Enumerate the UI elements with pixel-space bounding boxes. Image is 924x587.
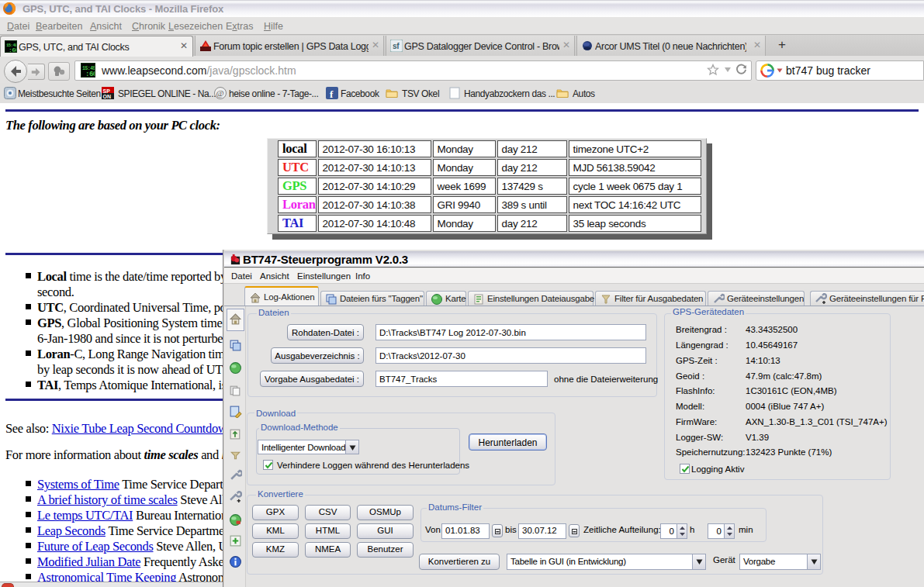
svg-text:f: f (330, 88, 334, 99)
svg-text:sf: sf (393, 42, 400, 50)
svg-text:ON: ON (103, 94, 112, 99)
svg-text:@: @ (216, 88, 224, 98)
svg-text:SP: SP (103, 88, 111, 94)
